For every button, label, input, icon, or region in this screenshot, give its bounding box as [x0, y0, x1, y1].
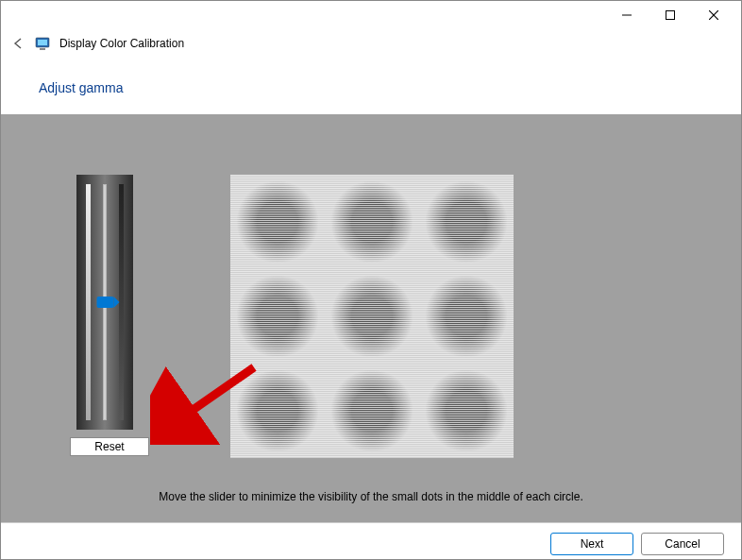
gamma-dot	[419, 269, 514, 364]
gamma-dot	[419, 364, 514, 458]
content-area: Reset Move the slider to minimize the vi…	[1, 114, 741, 522]
minimize-button[interactable]	[605, 1, 649, 29]
gamma-dot	[230, 175, 325, 269]
gamma-dot	[325, 364, 419, 458]
reset-button[interactable]: Reset	[70, 437, 149, 456]
maximize-button[interactable]	[649, 1, 692, 29]
instruction-text: Move the slider to minimize the visibili…	[1, 490, 741, 503]
page-title: Adjust gamma	[1, 58, 741, 114]
gamma-slider-thumb[interactable]	[96, 297, 113, 308]
gradient-stripe-light	[86, 184, 91, 420]
svg-rect-6	[40, 48, 45, 50]
svg-rect-5	[38, 40, 47, 45]
footer-bar: Next Cancel	[1, 522, 741, 560]
back-icon[interactable]	[12, 37, 25, 50]
gamma-slider-track[interactable]	[104, 184, 107, 420]
svg-rect-1	[666, 11, 675, 20]
app-icon	[35, 36, 50, 51]
window-titlebar	[1, 1, 741, 29]
next-button[interactable]: Next	[550, 533, 633, 555]
gamma-dot	[230, 364, 325, 458]
gamma-preview-grid	[230, 175, 514, 458]
gamma-dot	[419, 175, 514, 269]
cancel-button[interactable]: Cancel	[641, 533, 724, 555]
gradient-stripe-dark	[119, 184, 124, 420]
gamma-dot	[325, 269, 419, 364]
close-button[interactable]	[692, 1, 735, 29]
gamma-dot	[325, 175, 419, 269]
header-bar: Display Color Calibration	[1, 29, 741, 58]
window-title: Display Color Calibration	[59, 37, 184, 50]
gamma-slider-panel	[76, 175, 133, 430]
gamma-dot	[230, 269, 325, 364]
